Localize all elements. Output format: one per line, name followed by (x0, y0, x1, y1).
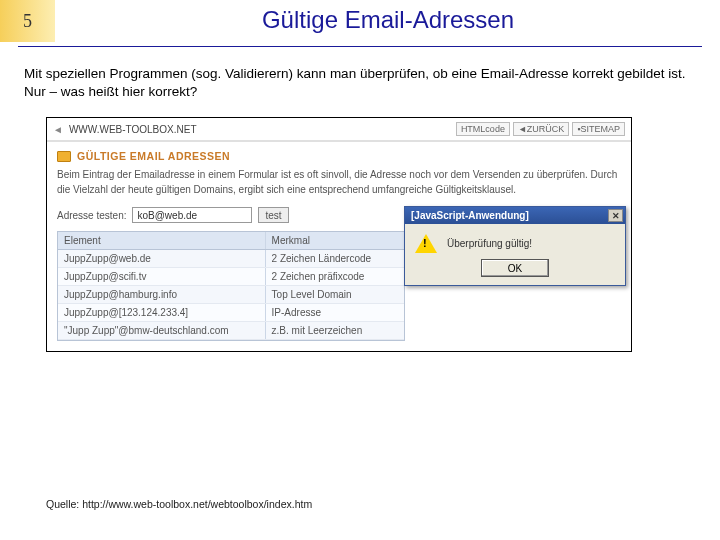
table-row: "Jupp Zupp"@bmw-deutschland.comz.B. mit … (58, 322, 404, 340)
slide-title: Gültige Email-Adressen (56, 0, 720, 42)
table-header-feature: Merkmal (266, 232, 404, 249)
table-header-element: Element (58, 232, 266, 249)
table-row: JuppZupp@scifi.tv2 Zeichen präfixcode (58, 268, 404, 286)
slide-number: 5 (0, 0, 56, 42)
ok-button[interactable]: OK (481, 259, 549, 277)
test-button[interactable]: test (258, 207, 288, 223)
folder-icon (57, 151, 71, 162)
warning-icon (415, 234, 437, 253)
test-label: Adresse testen: (57, 210, 126, 221)
table-row: JuppZupp@web.de2 Zeichen Ländercode (58, 250, 404, 268)
nav-sitemap[interactable]: ▪SITEMAP (572, 122, 625, 136)
slide-body-text: Mit speziellen Programmen (sog. Validier… (0, 47, 720, 111)
section-paragraph: Beim Eintrag der Emailadresse in einem F… (57, 168, 621, 197)
back-arrow-icon: ◄ (53, 124, 63, 135)
dialog-title: [JavaScript-Anwendung] (411, 210, 529, 221)
dialog-message: Überprüfung gültig! (447, 238, 532, 249)
table-row: JuppZupp@[123.124.233.4]IP-Adresse (58, 304, 404, 322)
close-icon[interactable]: ✕ (608, 209, 623, 222)
nav-back[interactable]: ◄ZURÜCK (513, 122, 569, 136)
examples-table: Element Merkmal JuppZupp@web.de2 Zeichen… (57, 231, 405, 341)
section-heading: GÜLTIGE EMAIL ADRESSEN (77, 150, 230, 162)
table-row: JuppZupp@hamburg.infoTop Level Domain (58, 286, 404, 304)
url-text: WWW.WEB-TOOLBOX.NET (69, 124, 197, 135)
address-input[interactable]: koB@web.de (132, 207, 252, 223)
source-citation: Quelle: http://www.web-toolbox.net/webto… (46, 498, 312, 510)
nav-htmlcode[interactable]: HTMLcode (456, 122, 510, 136)
url-bar: ◄ WWW.WEB-TOOLBOX.NET HTMLcode ◄ZURÜCK ▪… (47, 118, 631, 142)
js-alert-dialog: [JavaScript-Anwendung] ✕ Überprüfung gül… (404, 206, 626, 286)
